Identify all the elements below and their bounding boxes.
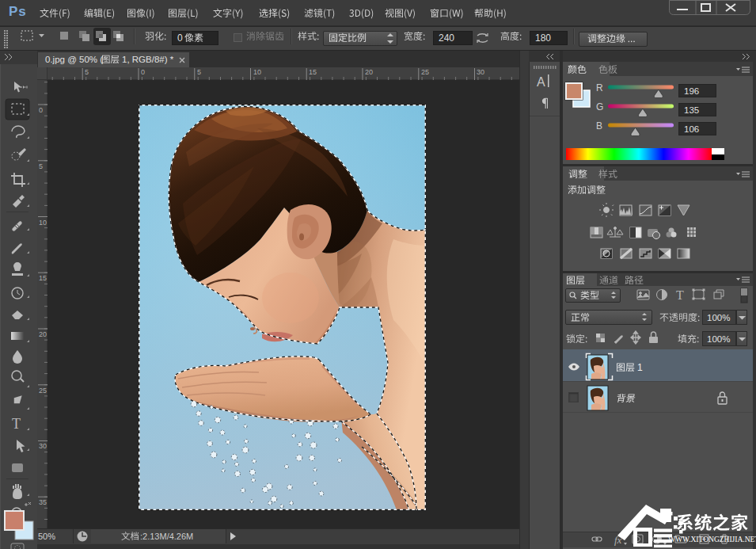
svg-text:196: 196 — [684, 86, 699, 96]
svg-text:5: 5 — [197, 68, 201, 76]
svg-text:180: 180 — [535, 32, 551, 44]
svg-text:25: 25 — [421, 68, 429, 76]
svg-text:10: 10 — [39, 219, 47, 227]
svg-text:20: 20 — [39, 330, 47, 338]
svg-text:30: 30 — [477, 68, 484, 76]
svg-text:T: T — [676, 288, 684, 302]
svg-text:240: 240 — [439, 32, 454, 44]
svg-text:100%: 100% — [707, 334, 730, 344]
svg-text:10: 10 — [253, 68, 261, 76]
svg-text:5: 5 — [85, 68, 89, 76]
svg-text:30: 30 — [39, 442, 47, 450]
svg-text:135: 135 — [684, 105, 699, 115]
svg-text:1: 1 — [637, 362, 643, 373]
svg-text:100%: 100% — [707, 313, 730, 322]
svg-text:15: 15 — [309, 68, 317, 76]
svg-text:B: B — [596, 120, 602, 132]
svg-text:0.jpg @ 50% (: 0.jpg @ 50% ( — [45, 55, 103, 64]
svg-text:R: R — [596, 82, 603, 93]
svg-text:35: 35 — [39, 498, 47, 506]
svg-text:25: 25 — [39, 387, 47, 395]
svg-text:WWW.XITONGZHIJIA.NET: WWW.XITONGZHIJIA.NET — [668, 535, 756, 543]
svg-text:0: 0 — [141, 68, 145, 76]
svg-text:A: A — [537, 75, 545, 89]
svg-text:0: 0 — [177, 32, 183, 44]
svg-text:0: 0 — [39, 106, 43, 114]
svg-text:T: T — [12, 416, 21, 432]
svg-text:50%: 50% — [38, 532, 55, 541]
svg-text:106: 106 — [684, 124, 699, 134]
svg-text:1, RGB/8#) *: 1, RGB/8#) * — [122, 55, 174, 64]
svg-text::2.13M/4.26M: :2.13M/4.26M — [140, 532, 193, 541]
svg-text:15: 15 — [39, 274, 47, 282]
svg-text:5: 5 — [39, 162, 43, 170]
svg-text:G: G — [596, 101, 603, 112]
svg-text:20: 20 — [365, 68, 373, 76]
